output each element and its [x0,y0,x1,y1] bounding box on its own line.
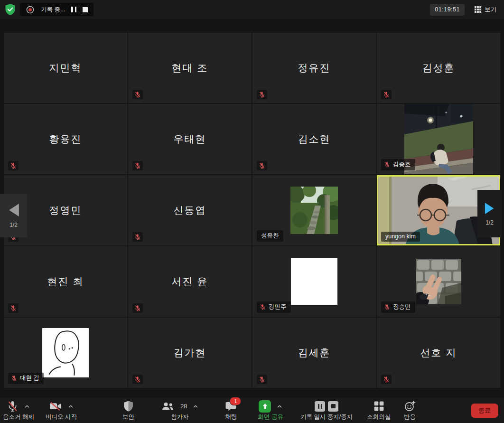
mute-indicator [257,90,267,99]
participant-tile-19[interactable]: 김세훈 [252,318,376,388]
chevron-up-icon[interactable] [193,404,198,409]
participant-tile-5[interactable]: 황용진 [4,104,127,174]
toolbar-unmute-button[interactable]: 음소거 해제 [3,400,34,421]
muted-mic-icon [134,162,141,169]
toolbar-start-video-button[interactable]: 비디오 시작 [46,400,77,421]
toolbar-breakout-rooms-label: 소회의실 [367,413,391,421]
pause-icon [71,7,76,12]
participant-name: 김종호 [393,160,411,169]
muted-mic-icon [384,161,390,168]
participant-tile-11[interactable]: 성유찬 [252,175,376,245]
participant-name: 선호 지 [377,318,500,388]
chevron-up-icon[interactable] [277,404,282,409]
prev-page-button[interactable]: 1/2 [0,194,27,237]
participant-name: 김가현 [128,318,252,388]
muted-mic-icon [260,304,266,310]
mute-indicator [381,90,392,99]
muted-mic-icon [134,305,141,311]
participant-name: 정유진 [252,33,376,103]
meeting-security-shield-button[interactable] [3,2,17,17]
page-indicator: 1/2 [9,222,18,228]
toolbar-chat-label: 채팅 [225,413,237,421]
muted-mic-icon [259,91,265,98]
recording-stop-button[interactable] [83,7,88,12]
participant-name-chip: 대현 김 [8,373,44,384]
chat-unread-badge: 1 [230,397,241,405]
participant-name: 강민주 [269,303,287,311]
toolbar-share-screen-label: 화면 공유 [258,413,283,421]
toolbar-unmute-label: 음소거 해제 [3,413,34,421]
muted-mic-icon [134,91,141,98]
chevron-up-icon[interactable] [68,404,74,409]
view-button-label: 보기 [485,6,496,14]
participant-name: yungon kim [385,233,416,240]
mute-indicator [132,303,143,313]
participant-name: 현대 조 [128,33,252,103]
participant-tile-13[interactable]: 현진 최 [4,246,127,317]
participant-tile-15[interactable]: 강민주 [252,246,376,317]
record-icon [26,5,35,14]
toolbar-reactions-button[interactable]: 반응 [404,400,416,421]
stop-recording-icon[interactable] [328,401,338,412]
participant-tile-1[interactable]: 지민혁 [4,33,127,103]
participant-tile-2[interactable]: 현대 조 [128,33,252,103]
pause-recording-icon[interactable] [315,401,325,412]
mute-indicator [381,375,392,384]
participant-tile-18[interactable]: 김가현 [128,318,252,388]
muted-mic-icon [10,162,17,169]
doodle-avatar [42,328,89,377]
toolbar-reactions-label: 반응 [404,413,416,421]
toolbar-security-button[interactable]: 보안 [122,400,134,421]
participant-name: 우태현 [128,104,252,174]
participant-tile-8[interactable]: 김종호 [377,104,500,174]
mute-indicator [257,375,267,384]
mute-indicator [132,375,143,384]
participant-tile-16[interactable]: 장승민 [377,246,500,317]
participant-tile-14[interactable]: 서진 윤 [128,246,252,317]
participant-tile-6[interactable]: 우태현 [128,104,252,174]
next-page-button[interactable]: 1/2 [477,190,502,237]
participant-tile-20[interactable]: 선호 지 [377,318,500,388]
toolbar-participants-button[interactable]: 28 참가자 [161,400,198,421]
participant-grid: 지민혁현대 조정유진김성훈황용진우태현김소현 김종호정영민신동엽 성유찬 yun… [4,33,500,388]
participant-name: 김성훈 [377,33,500,103]
participants-icon [161,401,175,412]
participant-tile-7[interactable]: 김소현 [252,104,376,174]
mute-indicator [8,303,19,313]
toolbar-record-controls-label: 기록 일시 중지/중지 [300,413,353,421]
toolbar-start-video-label: 비디오 시작 [46,413,77,421]
toolbar-breakout-rooms-button[interactable]: 소회의실 [367,400,391,421]
video-off-icon [49,400,62,412]
chevron-up-icon[interactable] [24,404,30,409]
mute-indicator [132,232,143,242]
right-arrow-icon [484,202,495,215]
toolbar-participants-label: 참가자 [171,413,189,421]
participant-name: 신동엽 [128,175,252,245]
toolbar-record-controls-button[interactable]: 기록 일시 중지/중지 [300,400,353,421]
toolbar-share-screen-button[interactable]: 화면 공유 [258,400,283,421]
participant-tile-3[interactable]: 정유진 [252,33,376,103]
stop-icon [83,7,88,12]
toolbar-chat-button[interactable]: 1 채팅 [225,400,237,421]
muted-mic-icon [134,234,141,240]
security-shield-icon [123,400,134,412]
muted-mic-icon [383,91,390,98]
participant-name-chip: yungon kim [381,232,420,242]
grid-view-icon [474,6,482,13]
mic-muted-icon [7,400,19,412]
participant-tile-10[interactable]: 신동엽 [128,175,252,245]
muted-mic-icon [383,376,390,383]
muted-mic-icon [384,304,390,310]
participant-name: 김세훈 [252,318,376,388]
share-screen-icon [259,400,271,413]
view-button[interactable]: 보기 [471,5,499,14]
mute-indicator [8,161,19,170]
mute-indicator [132,161,143,170]
end-meeting-button[interactable]: 종료 [471,404,498,418]
participant-tile-4[interactable]: 김성훈 [377,33,500,103]
participant-tile-17[interactable]: 대현 김 [4,318,127,388]
participant-name-chip: 성유찬 [257,230,283,242]
recording-pause-button[interactable] [71,7,76,12]
toolbar-security-label: 보안 [122,413,134,421]
blank-avatar [291,258,337,305]
